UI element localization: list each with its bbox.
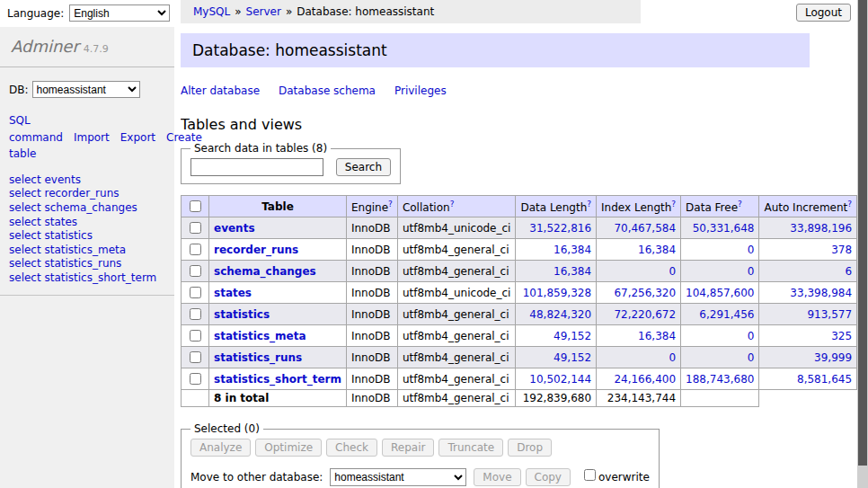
help-link[interactable]: ? [847,200,852,209]
move-button[interactable]: Move [474,468,520,486]
sidebar-table-link[interactable]: select statistics_meta [9,244,126,256]
help-link[interactable]: ? [738,200,742,209]
row-checkbox[interactable] [190,308,201,320]
row-check-cell [182,282,209,304]
data-free-cell: 188,743,680 [681,368,759,390]
selected-action-button[interactable]: Analyze [190,439,251,457]
row-checkbox[interactable] [190,265,201,277]
vertical-scrollbar[interactable] [857,0,868,488]
collation-cell: utf8mb4_general_ci [397,304,516,325]
move-label: Move to other database: [190,471,323,484]
breadcrumb-mysql-link[interactable]: MySQL [193,5,230,18]
data-free-cell: 0 [681,239,759,261]
data-free-cell: 50,331,648 [681,217,759,239]
row-check-cell [182,325,209,347]
move-database-select[interactable]: homeassistant [330,468,466,486]
table-name-link[interactable]: statistics_short_term [214,373,341,386]
row-checkbox[interactable] [190,244,201,255]
table-name-link[interactable]: statistics_meta [214,330,306,342]
selected-action-button[interactable]: Optimize [255,439,322,457]
data-free-cell: 0 [681,261,759,282]
header-row: Table Engine? Collation? Data Length? In… [182,196,858,217]
auto-increment-cell: 39,999 [759,347,857,368]
row-check-cell [182,261,209,282]
collation-cell: utf8mb4_unicode_ci [397,282,516,304]
breadcrumb-current: Database: homeassistant [297,5,434,18]
auto-increment-cell: 325 [759,325,857,347]
sidebar-table-link[interactable]: select statistics_runs [9,257,121,270]
select-all-checkbox[interactable] [190,200,201,212]
sidebar-table-link[interactable]: select statistics_short_term [9,271,156,284]
table-name-link[interactable]: statistics [214,308,270,321]
index-length-cell: 0 [597,261,681,282]
table-name-cell: schema_changes [209,261,347,282]
table-name-link[interactable]: states [214,287,252,299]
database-nav-link[interactable]: Database schema [279,84,376,97]
data-free-cell: 104,857,600 [681,282,759,304]
sidebar-table-link[interactable]: select recorder_runs [9,187,120,200]
sidebar-actions: SQL commandImportExportCreate table [0,98,174,163]
row-checkbox[interactable] [190,373,201,385]
table-name-link[interactable]: schema_changes [214,265,316,278]
data-free-cell: 6,291,456 [681,304,759,325]
table-name-cell: statistics_meta [209,325,347,347]
table-name-link[interactable]: events [214,222,255,235]
sidebar-action-link[interactable]: Export [120,131,155,144]
index-length-cell: 16,384 [597,325,681,347]
auto-increment-cell: 378 [759,239,857,261]
table-name-link[interactable]: recorder_runs [214,244,298,256]
table-row: statistics_meta InnoDB utf8mb4_general_c… [182,325,858,347]
language-row: Language: English [7,4,170,22]
total-index-length-cell: 234,143,744 [597,390,681,407]
app-name-link[interactable]: Adminer [11,37,79,56]
search-input[interactable] [190,158,323,176]
sidebar-table-link[interactable]: select schema_changes [9,201,137,214]
sidebar-action-link[interactable]: SQL command [9,114,63,144]
selected-action-button[interactable]: Check [326,439,377,457]
auto-increment-cell: 8,581,645 [759,368,857,390]
search-button[interactable]: Search [336,158,391,176]
data-length-cell: 16,384 [516,261,597,282]
sidebar-table-item: select events [9,173,165,188]
total-data-length-cell: 192,839,680 [516,390,597,407]
copy-button[interactable]: Copy [526,468,571,486]
index-length-cell: 0 [597,347,681,368]
sidebar-table-link[interactable]: select statistics [9,229,93,242]
database-nav-link[interactable]: Privileges [394,84,447,97]
row-checkbox[interactable] [190,351,201,363]
database-nav-link[interactable]: Alter database [181,84,260,97]
selected-action-button[interactable]: Drop [508,439,552,457]
sidebar-action-link[interactable]: Import [74,131,110,144]
db-select[interactable]: homeassistant [32,81,140,98]
index-length-cell: 67,256,320 [597,282,681,304]
sidebar-table-link[interactable]: select states [9,216,77,228]
breadcrumb-server-link[interactable]: Server [246,5,281,18]
sidebar-table-item: select statistics_meta [9,244,165,258]
language-select[interactable]: English [69,4,170,22]
app-version: 4.7.9 [84,43,109,55]
row-checkbox[interactable] [190,222,201,234]
scrollbar-thumb[interactable] [858,0,867,466]
breadcrumb-separator: » [286,5,292,18]
engine-cell: InnoDB [346,282,397,304]
row-checkbox[interactable] [190,287,201,298]
collation-cell: utf8mb4_general_ci [397,261,516,282]
overwrite-checkbox[interactable] [584,469,596,481]
help-link[interactable]: ? [388,200,393,209]
row-checkbox[interactable] [190,330,201,342]
help-link[interactable]: ? [671,200,676,209]
breadcrumb: MySQL»Server»Database: homeassistant [181,0,641,23]
total-row: 8 in total InnoDB utf8mb4_general_ci 192… [182,390,858,407]
search-fieldset: Search data in tables (8) Search [181,142,401,184]
selected-buttons: AnalyzeOptimizeCheckRepairTruncateDrop [190,439,650,457]
index-length-cell: 16,384 [597,239,681,261]
sidebar-table-link[interactable]: select events [9,173,81,186]
help-link[interactable]: ? [450,200,455,209]
table-name-cell: recorder_runs [209,239,347,261]
table-row: events InnoDB utf8mb4_unicode_ci 31,522,… [182,217,858,239]
help-link[interactable]: ? [587,200,591,209]
auto-increment-cell: 913,577 [759,304,857,325]
selected-action-button[interactable]: Truncate [438,439,503,457]
table-name-link[interactable]: statistics_runs [214,351,302,364]
selected-action-button[interactable]: Repair [382,439,434,457]
